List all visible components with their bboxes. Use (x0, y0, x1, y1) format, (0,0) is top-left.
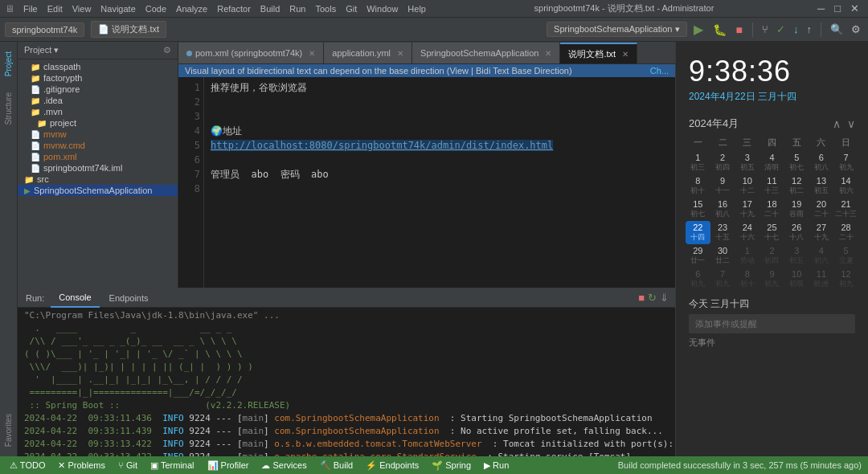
status-profiler[interactable]: 📊 Profiler (204, 460, 252, 471)
cal-day-next-2[interactable]: 2初四 (760, 244, 784, 268)
cal-day-22-today[interactable]: 22十四 (686, 221, 710, 244)
cal-day-next-4[interactable]: 4初六 (809, 244, 834, 268)
cal-day-10[interactable]: 10十二 (735, 174, 760, 198)
tree-item-classpath[interactable]: 📁 classpath (18, 61, 178, 72)
vtab-project[interactable]: Project (2, 48, 14, 80)
cal-day-13[interactable]: 13初五 (809, 174, 834, 198)
cal-day-29[interactable]: 29廿一 (686, 244, 710, 268)
cal-day-next-7[interactable]: 7初九 (710, 268, 735, 291)
checkmark-icon[interactable]: ✓ (774, 23, 788, 35)
tab-readme[interactable]: 说明文档.txt ✕ (560, 43, 637, 63)
cal-day-next-11[interactable]: 11欧洲 (809, 268, 834, 291)
status-endpoints[interactable]: ⚡ Endpoints (362, 460, 422, 471)
tree-item-iml[interactable]: 📄 springbootmt74k.iml (18, 162, 178, 174)
run-console[interactable]: "C:\Program Files\Java\jdk-1.8\bin\java.… (18, 308, 675, 456)
run-config-selector[interactable]: SpringbootSchemaApplication ▾ (547, 22, 686, 37)
file-selector[interactable]: 📄 说明文档.txt (91, 21, 166, 38)
cal-day-2[interactable]: 2初四 (710, 151, 735, 174)
tree-item-mvn[interactable]: 📁 .mvn (18, 106, 178, 117)
menu-edit[interactable]: Edit (43, 2, 67, 15)
menu-code[interactable]: Code (141, 2, 170, 15)
cal-day-25[interactable]: 25十七 (760, 221, 784, 244)
cal-day-6[interactable]: 6初八 (809, 151, 834, 174)
run-scroll-icon[interactable]: ⇓ (660, 292, 669, 304)
cal-day-next-6[interactable]: 6初九 (686, 268, 710, 291)
tab-close-icon[interactable]: ✕ (622, 50, 628, 59)
minimize-button[interactable]: ─ (813, 2, 829, 14)
cal-day-26[interactable]: 26十八 (784, 221, 809, 244)
cal-day-1[interactable]: 1初三 (686, 151, 710, 174)
menu-build[interactable]: Build (256, 2, 284, 15)
status-terminal[interactable]: ▣ Terminal (147, 460, 197, 471)
cal-day-11[interactable]: 11十三 (760, 174, 784, 198)
stop-button[interactable]: ■ (733, 23, 746, 36)
cal-day-30[interactable]: 30廿二 (710, 244, 735, 268)
tab-close-icon[interactable]: ✕ (397, 49, 403, 58)
push-icon[interactable]: ↑ (805, 23, 815, 35)
cal-next-button[interactable]: ∨ (847, 117, 855, 130)
vtab-favorites[interactable]: Favorites (2, 411, 14, 450)
debug-button[interactable]: 🐛 (710, 23, 730, 36)
menu-window[interactable]: Window (362, 2, 402, 15)
menu-navigate[interactable]: Navigate (96, 2, 139, 15)
menu-file[interactable]: File (19, 2, 42, 15)
menu-run[interactable]: Run (285, 2, 309, 15)
event-input[interactable] (689, 314, 855, 333)
menu-refactor[interactable]: Refactor (213, 2, 255, 15)
cal-day-27[interactable]: 27十九 (809, 221, 834, 244)
status-run[interactable]: ▶ Run (481, 460, 512, 471)
cal-day-7[interactable]: 7初九 (833, 151, 858, 174)
tab-close-icon[interactable]: ✕ (309, 49, 315, 58)
search-icon[interactable]: 🔍 (828, 23, 845, 35)
close-button[interactable]: ✕ (846, 2, 863, 14)
notification-action[interactable]: Ch... (650, 66, 669, 76)
cal-day-next-10[interactable]: 10初双 (784, 268, 809, 291)
tree-item-project[interactable]: 📁 project (18, 117, 178, 129)
update-icon[interactable]: ↓ (791, 23, 801, 35)
cal-prev-button[interactable]: ∧ (833, 117, 841, 130)
run-stop-icon[interactable]: ■ (638, 292, 645, 304)
cal-day-next-1[interactable]: 1劳动 (735, 244, 760, 268)
cal-day-3[interactable]: 3初五 (735, 151, 760, 174)
status-spring[interactable]: 🌱 Spring (428, 460, 474, 471)
git-icon[interactable]: ⑂ (760, 23, 771, 35)
tree-item-mvnwcmd[interactable]: 📄 mvnw.cmd (18, 140, 178, 151)
cal-day-9[interactable]: 9十一 (710, 174, 735, 198)
tree-item-gitignore[interactable]: 📄 .gitignore (18, 84, 178, 95)
cal-day-20[interactable]: 20二十 (809, 198, 834, 221)
project-selector[interactable]: springbootmt74k (5, 22, 84, 37)
cal-day-next-5[interactable]: 5立夏 (833, 244, 858, 268)
tab-springboot-app[interactable]: SpringbootSchemaApplication ✕ (412, 43, 560, 63)
cal-day-28[interactable]: 28二十 (833, 221, 858, 244)
settings-icon[interactable]: ⚙ (849, 23, 863, 35)
status-problems[interactable]: ✕ Problems (55, 460, 108, 471)
cal-day-15[interactable]: 15初七 (686, 198, 710, 221)
cal-day-19[interactable]: 19谷雨 (784, 198, 809, 221)
cal-day-21[interactable]: 21二十三 (833, 198, 858, 221)
maximize-button[interactable]: □ (830, 2, 845, 14)
cal-day-next-8[interactable]: 8初十 (735, 268, 760, 291)
status-git[interactable]: ⑂ Git (115, 460, 141, 470)
tree-item-mvnw[interactable]: 📄 mvnw (18, 129, 178, 140)
tree-item-idea[interactable]: 📁 .idea (18, 95, 178, 106)
cal-day-next-9[interactable]: 9初九 (760, 268, 784, 291)
menu-tools[interactable]: Tools (311, 2, 340, 15)
cal-day-12[interactable]: 12初二 (784, 174, 809, 198)
cal-day-5[interactable]: 5初七 (784, 151, 809, 174)
tab-pomxml[interactable]: pom.xml (springbootmt74k) ✕ (178, 43, 324, 63)
run-tab-console[interactable]: Console (51, 288, 99, 308)
tree-item-pomxml[interactable]: 📄 pom.xml (18, 151, 178, 162)
menu-git[interactable]: Git (342, 2, 361, 15)
cal-day-next-3[interactable]: 3初五 (784, 244, 809, 268)
tree-item-springboot-app[interactable]: ▶ SpringbootSchemaApplication (18, 185, 178, 196)
cal-day-17[interactable]: 17十九 (735, 198, 760, 221)
tab-application-yml[interactable]: application.yml ✕ (324, 43, 412, 63)
vtab-structure[interactable]: Structure (2, 89, 14, 129)
cal-day-23[interactable]: 23十五 (710, 221, 735, 244)
status-services[interactable]: ☁ Services (258, 460, 309, 471)
cal-day-16[interactable]: 16初八 (710, 198, 735, 221)
cal-day-18[interactable]: 18二十 (760, 198, 784, 221)
cal-day-14[interactable]: 14初六 (833, 174, 858, 198)
run-rerun-icon[interactable]: ↻ (648, 292, 657, 304)
cal-day-8[interactable]: 8初十 (686, 174, 710, 198)
